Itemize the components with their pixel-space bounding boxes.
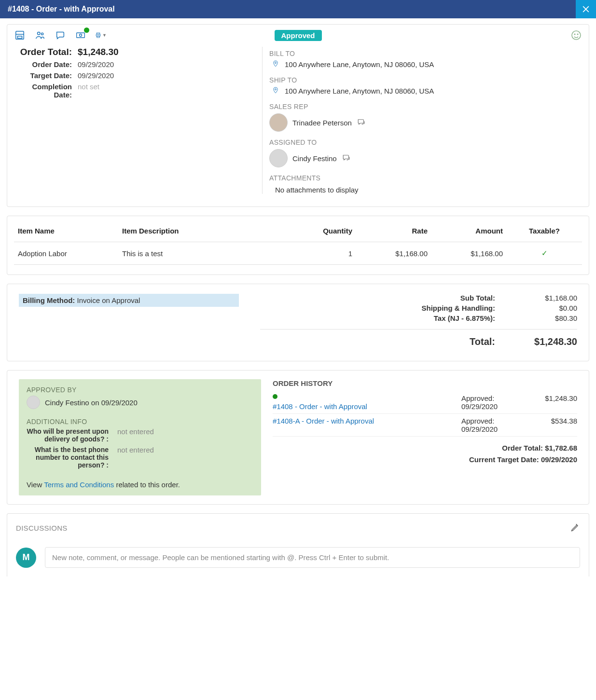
history-status: Approved:09/29/2020 [461, 417, 529, 433]
status-dot [273, 394, 277, 399]
history-amount: $1,248.30 [529, 394, 577, 411]
print-icon[interactable]: ▼ [95, 29, 107, 41]
avatar [269, 113, 288, 132]
people-icon[interactable] [34, 29, 46, 41]
attachments-empty: No attachments to display [269, 184, 582, 194]
toolbar: ▼ Approved [7, 25, 589, 45]
additional-info-header: ADDITIONAL INFO [27, 418, 253, 425]
close-icon [582, 6, 589, 13]
svg-point-12 [275, 62, 277, 64]
question-label: Who will be present upon delivery of goo… [27, 427, 117, 443]
th-amount: Amount [431, 220, 507, 242]
current-user-avatar: M [16, 548, 36, 568]
hist-total-label: Order Total: [502, 444, 545, 452]
edit-icon[interactable] [570, 522, 580, 534]
discussions-panel: DISCUSSIONS M New note, comment, or mess… [7, 513, 589, 576]
history-link[interactable]: #1408-A - Order - with Approval [273, 417, 461, 425]
meta-label: Target Date: [14, 71, 78, 80]
cell-name: Adoption Labor [14, 242, 118, 265]
chat-icon[interactable] [357, 118, 366, 128]
tc-post: related to this order. [114, 480, 180, 489]
sales-rep-header: SALES REP [269, 103, 582, 110]
check-icon: ✓ [541, 249, 548, 257]
order-history: ORDER HISTORY #1408 - Order - with Appro… [273, 379, 577, 495]
tc-pre: View [27, 480, 44, 489]
ship-to-address: 100 Anywhere Lane, Anytown, NJ 08060, US… [285, 87, 434, 95]
assigned-to-header: ASSIGNED TO [269, 138, 582, 146]
assigned-to-name: Cindy Festino [292, 154, 337, 163]
svg-point-10 [574, 34, 575, 35]
total-label: Shipping & Handling: [260, 304, 495, 312]
approval-box: APPROVED BY Cindy Festino on 09/29/2020 … [19, 379, 261, 495]
order-total-value: $1,248.30 [78, 47, 255, 57]
window-title: #1408 - Order - with Approval [8, 5, 115, 14]
table-row[interactable]: Adoption Labor This is a test 1 $1,168.0… [14, 242, 582, 265]
history-header: ORDER HISTORY [273, 379, 577, 387]
order-summary-panel: ▼ Approved Order Total: $1,248.30 Order … [7, 24, 589, 207]
meta-value: not set [78, 82, 255, 99]
chevron-down-icon: ▼ [102, 33, 107, 38]
total-value: $1,168.00 [524, 294, 577, 302]
th-tax: Taxable? [507, 220, 582, 242]
pin-icon[interactable] [272, 86, 279, 96]
order-total-label: Order Total: [14, 47, 78, 57]
total-label: Sub Total: [260, 294, 495, 302]
approval-panel: APPROVED BY Cindy Festino on 09/29/2020 … [7, 370, 589, 505]
bill-to-header: BILL TO [269, 50, 582, 57]
svg-rect-4 [77, 33, 85, 38]
title-bar: #1408 - Order - with Approval [0, 0, 596, 18]
svg-point-3 [41, 33, 43, 35]
discussions-header: DISCUSSIONS [16, 524, 68, 532]
discussion-input[interactable]: New note, comment, or message. People ca… [45, 547, 580, 568]
question-label: What is the best phone number to contact… [27, 446, 117, 469]
terms-link[interactable]: Terms and Conditions [44, 480, 114, 489]
avatar [27, 396, 40, 409]
th-item-desc: Item Description [118, 220, 295, 242]
chat-icon[interactable] [342, 153, 351, 164]
meta-label: Completion Date: [14, 82, 78, 99]
save-icon[interactable] [14, 29, 26, 41]
svg-point-2 [38, 32, 41, 35]
chat-icon[interactable] [55, 29, 66, 41]
svg-point-13 [275, 89, 277, 90]
notification-dot [84, 27, 89, 33]
billing-label: Billing Method: [23, 296, 75, 304]
cell-desc: This is a test [118, 242, 295, 265]
items-panel: Item Name Item Description Quantity Rate… [7, 216, 589, 275]
history-amount: $534.38 [529, 417, 577, 433]
meta-label: Order Date: [14, 60, 78, 69]
grand-total-value: $1,248.30 [524, 336, 577, 347]
items-table: Item Name Item Description Quantity Rate… [14, 220, 582, 265]
terms-line: View Terms and Conditions related to thi… [27, 480, 253, 489]
cell-qty: 1 [295, 242, 356, 265]
grand-total-label: Total: [260, 336, 495, 347]
attachments-header: ATTACHMENTS [269, 174, 582, 182]
history-status: Approved:09/29/2020 [461, 394, 529, 411]
cell-amount: $1,168.00 [431, 242, 507, 265]
close-button[interactable] [576, 0, 596, 18]
question-value: not entered [117, 446, 154, 469]
th-item-name: Item Name [14, 220, 118, 242]
cash-icon[interactable] [75, 29, 86, 41]
smile-icon[interactable] [570, 29, 582, 41]
cell-tax: ✓ [507, 242, 582, 265]
svg-point-5 [80, 34, 82, 37]
svg-rect-8 [97, 36, 99, 38]
th-rate: Rate [356, 220, 431, 242]
status-badge: Approved [274, 30, 321, 41]
totals-panel: Billing Method: Invoice on Approval Sub … [7, 284, 589, 361]
hist-total-value: $1,782.68 [545, 444, 577, 452]
svg-point-9 [572, 31, 581, 40]
meta-value: 09/29/2020 [78, 60, 255, 69]
approved-by-text: Cindy Festino on 09/29/2020 [45, 398, 138, 407]
total-value: $0.00 [524, 304, 577, 312]
approved-by-header: APPROVED BY [27, 386, 253, 394]
total-label: Tax (NJ - 6.875%): [260, 314, 495, 322]
sales-rep-name: Trinadee Peterson [292, 119, 352, 127]
pin-icon[interactable] [272, 59, 279, 69]
total-value: $80.30 [524, 314, 577, 322]
avatar [269, 149, 288, 167]
history-link[interactable]: #1408 - Order - with Approval [273, 402, 461, 411]
hist-target-label: Current Target Date: [469, 455, 541, 464]
bill-to-address: 100 Anywhere Lane, Anytown, NJ 08060, US… [285, 60, 434, 69]
